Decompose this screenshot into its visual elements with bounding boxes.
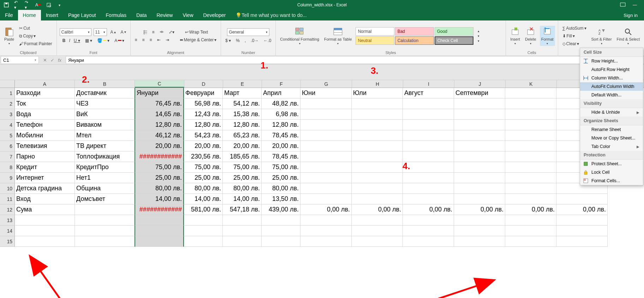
column-header-A[interactable]: A <box>15 80 75 88</box>
font-name-input[interactable]: Calibri▾ <box>60 28 91 36</box>
borders-icon[interactable]: ▦ ▾ <box>84 37 94 44</box>
cell[interactable]: 14,00 лв. <box>223 194 262 204</box>
cell[interactable] <box>454 109 505 120</box>
cell[interactable] <box>135 236 184 247</box>
cell[interactable]: 20,00 лв. <box>135 141 184 151</box>
cell[interactable]: 48,82 лв. <box>262 99 300 109</box>
cell[interactable] <box>403 236 454 247</box>
styles-scroll-down-icon[interactable]: ▾ <box>476 34 481 38</box>
cell[interactable]: 78,45 лв. <box>262 151 300 162</box>
cell[interactable]: 75,00 лв. <box>184 162 223 173</box>
cell[interactable]: 20,00 лв. <box>184 141 223 151</box>
cell[interactable] <box>262 236 300 247</box>
cell[interactable] <box>403 141 454 151</box>
row-header[interactable]: 4 <box>0 120 15 130</box>
cell[interactable] <box>454 215 505 226</box>
cell[interactable] <box>454 183 505 194</box>
column-header-G[interactable]: G <box>301 80 352 88</box>
percent-icon[interactable]: % <box>234 37 241 44</box>
cell[interactable] <box>300 183 352 194</box>
cell[interactable]: Интернет <box>15 173 75 183</box>
styles-scroll-up-icon[interactable]: ▴ <box>476 29 481 34</box>
cell[interactable]: 0,00 лв. <box>352 204 403 215</box>
column-header-E[interactable]: E <box>223 80 262 88</box>
cell[interactable] <box>75 226 135 236</box>
column-header-D[interactable]: D <box>184 80 223 88</box>
cell[interactable] <box>403 173 454 183</box>
cell[interactable] <box>352 226 403 236</box>
cell[interactable]: Детска градина <box>15 183 75 194</box>
cell[interactable]: Парно <box>15 151 75 162</box>
cell[interactable]: 581,00 лв. <box>184 204 223 215</box>
cell[interactable] <box>505 173 556 183</box>
cell[interactable] <box>505 183 556 194</box>
cell[interactable]: Телефон <box>15 120 75 130</box>
column-header-H[interactable]: H <box>352 80 403 88</box>
tab-page-layout[interactable]: Page Layout <box>63 10 101 20</box>
clear-button[interactable]: ◇ Clear ▾ <box>561 41 588 47</box>
cell[interactable]: 14,65 лв. <box>135 109 184 120</box>
cell[interactable] <box>454 99 505 109</box>
cell[interactable]: 78,45 лв. <box>262 130 300 141</box>
cell[interactable]: Мтел <box>75 130 135 141</box>
cell[interactable] <box>352 162 403 173</box>
copy-button[interactable]: ⧉ Copy ▾ <box>18 33 53 39</box>
cell[interactable]: Юли <box>352 88 403 99</box>
column-header-B[interactable]: B <box>75 80 135 88</box>
cell[interactable]: 65,23 лв. <box>223 130 262 141</box>
merge-center-button[interactable]: ⬌ Merge & Center ▾ <box>178 37 218 43</box>
style-neutral[interactable]: Neutral <box>356 36 394 45</box>
increase-indent-icon[interactable]: ⇥ <box>164 37 171 43</box>
menu-column-width[interactable]: Column Width... <box>580 74 643 82</box>
style-good[interactable]: Good <box>435 27 473 36</box>
menu-format-cells[interactable]: Format Cells... <box>580 177 643 185</box>
cell[interactable]: 13,50 лв. <box>262 194 300 204</box>
menu-default-width[interactable]: Default Width... <box>580 91 643 99</box>
cell[interactable] <box>505 215 556 226</box>
cell[interactable] <box>352 130 403 141</box>
menu-autofit-column-width[interactable]: AutoFit Column Width <box>580 82 643 91</box>
cell[interactable] <box>15 226 75 236</box>
menu-hide-unhide[interactable]: Hide & Unhide▶ <box>580 108 643 117</box>
save-icon[interactable] <box>4 2 9 8</box>
cell[interactable] <box>352 151 403 162</box>
cell[interactable]: 0,00 лв. <box>454 204 505 215</box>
cell[interactable] <box>454 226 505 236</box>
cell[interactable]: ############ <box>135 204 184 215</box>
cell[interactable] <box>454 194 505 204</box>
row-header[interactable]: 8 <box>0 162 15 173</box>
cell[interactable] <box>300 99 352 109</box>
font-color-icon[interactable]: A <box>35 2 41 8</box>
cell[interactable]: 0,00 лв. <box>556 204 608 215</box>
cell[interactable]: Кредит <box>15 162 75 173</box>
row-header[interactable]: 2 <box>0 99 15 109</box>
cell[interactable] <box>505 120 556 130</box>
cell[interactable]: ЧЕЗ <box>75 99 135 109</box>
bold-button[interactable]: B <box>61 37 67 44</box>
tab-insert[interactable]: Insert <box>41 10 63 20</box>
cell[interactable]: 14,00 лв. <box>184 194 223 204</box>
cell[interactable]: Разходи <box>15 88 75 99</box>
accounting-format-icon[interactable]: $ ▾ <box>224 37 232 44</box>
cell[interactable]: 0,00 лв. <box>300 204 352 215</box>
cell[interactable] <box>300 120 352 130</box>
cell[interactable]: Телевизия <box>15 141 75 151</box>
cell[interactable] <box>15 215 75 226</box>
row-header[interactable]: 7 <box>0 151 15 162</box>
cell[interactable] <box>454 173 505 183</box>
cell[interactable]: Август <box>403 88 454 99</box>
column-header-J[interactable]: J <box>454 80 506 88</box>
cut-button[interactable]: ✂ Cut <box>18 25 53 31</box>
autosum-button[interactable]: ∑ AutoSum ▾ <box>561 25 588 31</box>
cell[interactable]: 20,00 лв. <box>223 141 262 151</box>
style-normal[interactable]: Normal <box>356 27 394 36</box>
tellme[interactable]: 💡 Tell me what you want to do... <box>231 10 311 20</box>
qat-customize-icon[interactable]: ▾ <box>59 3 60 7</box>
cell[interactable]: Вода <box>15 109 75 120</box>
cell[interactable] <box>454 236 505 247</box>
cell[interactable] <box>300 226 352 236</box>
name-box[interactable]: C1▾ <box>1 56 39 64</box>
number-format-select[interactable]: General▾ <box>227 28 269 36</box>
cell[interactable]: 439,00 лв. <box>262 204 300 215</box>
row-header[interactable]: 13 <box>0 215 15 226</box>
